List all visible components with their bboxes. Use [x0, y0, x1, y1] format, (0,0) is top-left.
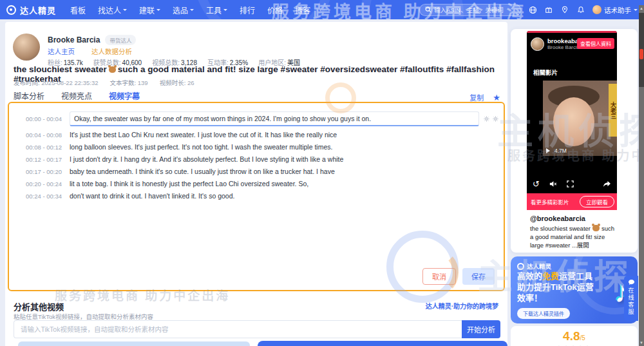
bell-icon[interactable]: [576, 5, 585, 14]
subtitle-timestamp: 00:24 - 00:34: [14, 193, 70, 200]
subtitle-text: baby tea underneath. I think it's so cut…: [70, 168, 498, 175]
rating-card: 4.8/5 ★★★★★: [511, 326, 638, 346]
app-logo-icon: [6, 5, 16, 15]
creator-name: Brooke Barcia: [48, 35, 100, 44]
subtitle-row[interactable]: 00:17 - 00:20 baby tea underneath. I thi…: [14, 168, 498, 175]
header-decor-swirl: [193, 0, 335, 19]
replay-icon[interactable]: ↺: [533, 180, 540, 188]
support-tab[interactable]: 在线客服: [624, 276, 638, 321]
subtitle-text: It's just the best Lao Chi Kru next swea…: [70, 131, 498, 139]
subtitle-timestamp: 00:12 - 00:17: [14, 156, 70, 163]
cancel-button[interactable]: 取消: [422, 268, 456, 285]
scroll-down-arrow[interactable]: ▼: [639, 340, 644, 346]
subtitle-row[interactable]: 00:24 - 00:34 don't want to drink it out…: [14, 192, 498, 200]
scrollbar[interactable]: ▲ ▼: [639, 5, 644, 346]
app-logo-text: 达人精灵: [20, 4, 56, 16]
nav-item-find-creators[interactable]: 找达人: [98, 5, 127, 15]
gear-icon[interactable]: [493, 116, 498, 122]
fullscreen-icon[interactable]: [567, 180, 574, 187]
teddy-bear-emoji: [592, 225, 600, 231]
embed-caption: the slouchiest sweatersuch a good materi…: [530, 224, 616, 249]
copy-button[interactable]: 复制: [469, 92, 484, 102]
tiktok-embed-card: brookeabarcia Brooke Barcia 查看個人資料 相關影片 …: [511, 29, 638, 253]
avatar: [592, 5, 601, 14]
subtitle-row[interactable]: 00:20 - 00:24 lit a tote bag. I think it…: [14, 180, 498, 187]
subtitle-panel: 00:00 - 00:04 00:04 - 00:08 It's just th…: [8, 102, 505, 291]
watch-more-label: 看更多精彩影片: [531, 198, 569, 206]
nav-item-outreach[interactable]: 建联: [139, 5, 160, 15]
assistant-label: 话术助手: [604, 5, 631, 15]
promo-headline-3: 效率！: [517, 293, 631, 303]
video-thumbnail[interactable]: 大老三 4.7M: [543, 81, 617, 156]
brand-slogan: 达人精灵·助力你的跨境梦: [426, 301, 498, 311]
analyze-section-title: 分析其他视频: [14, 300, 64, 312]
top-navbar: 达人精灵 看板 找达人 建联 选品 工具 排行 价格 博客 服务跨境电商 助力中…: [0, 0, 644, 19]
app-logo[interactable]: 达人精灵: [6, 4, 56, 16]
subtitle-edit-input[interactable]: [70, 111, 479, 126]
chevron-down-icon: [156, 9, 160, 13]
promo-headline-2: 助力提升TikTok运营: [517, 282, 631, 293]
promo-logo-icon: [517, 263, 524, 270]
download-plugin-button[interactable]: 下载达人精灵插件: [517, 308, 570, 319]
subtitle-row[interactable]: 00:04 - 00:08 It's just the best Lao Chi…: [14, 131, 498, 139]
tiktok-video-area: brookeabarcia Brooke Barcia 查看個人資料 相關影片 …: [527, 31, 617, 193]
scroll-up-arrow[interactable]: ▲: [639, 5, 644, 12]
subtitle-text: I just don't dry it. I hang dry it. And …: [70, 155, 498, 163]
subtitle-row[interactable]: 00:08 - 00:12 long balloon sleeves. It's…: [14, 143, 498, 151]
gear-icon[interactable]: [484, 116, 489, 122]
chevron-down-icon: [190, 9, 194, 13]
chat-bubble-icon: [628, 279, 635, 285]
save-button[interactable]: 保存: [462, 268, 495, 285]
subtitle-row[interactable]: 00:12 - 00:17 I just don't dry it. I han…: [14, 155, 498, 163]
nav-item-products[interactable]: 选品: [173, 5, 194, 15]
creator-badge: 带货达人: [105, 35, 136, 45]
share-icon[interactable]: [603, 180, 611, 187]
word-count: 文本字数: 139: [110, 78, 148, 87]
thumbnail-face: [553, 97, 594, 146]
watch-now-button[interactable]: 立即觀看: [580, 196, 614, 207]
star-icon[interactable]: ★: [493, 93, 500, 102]
scrollbar-marker: [639, 49, 643, 59]
location-icon[interactable]: [560, 5, 569, 14]
embed-avatar[interactable]: [531, 37, 544, 51]
view-profile-button[interactable]: 查看個人資料: [577, 38, 614, 49]
chevron-down-icon: [634, 9, 638, 13]
creator-analysis-link[interactable]: 达人数据分析: [91, 46, 132, 56]
teddy-bear-emoji: [109, 66, 116, 73]
chevron-down-icon: [123, 9, 127, 13]
analyze-section-subtitle: 粘贴任意TikTok视频链接，自动提取和分析素材内容: [14, 312, 153, 321]
support-tab-label: 在线客服: [627, 287, 636, 316]
embed-handle[interactable]: @brookeabarcia: [530, 215, 616, 222]
assistant-menu[interactable]: 话术助手: [592, 5, 638, 15]
thumbnail-banner-text: 大老三: [609, 84, 617, 137]
gift-icon[interactable]: [544, 5, 553, 14]
creator-avatar[interactable]: [13, 34, 40, 61]
header-right-controls: 话术助手: [419, 4, 638, 16]
promo-logo-text: 达人精灵: [527, 262, 551, 271]
nav-item-dashboard[interactable]: 看板: [70, 5, 86, 15]
subtitle-timestamp: 00:04 - 00:08: [14, 131, 70, 139]
rating-max: /5: [580, 334, 585, 341]
mute-icon[interactable]: [549, 180, 557, 187]
subtitle-text: long balloon sleeves. It's just perfect.…: [70, 143, 498, 151]
header-search-box[interactable]: [419, 4, 521, 16]
start-analysis-button[interactable]: 开始分析: [462, 320, 500, 338]
subtitle-text: lit a tote bag. I think it is honestly j…: [70, 180, 498, 187]
video-meta: 发布时间: 2025-08-22 22:35:32 文本字数: 139 视频时长…: [14, 78, 194, 87]
subtitle-timestamp: 00:00 - 00:04: [14, 115, 70, 122]
play-icon: [546, 148, 553, 153]
promo-card[interactable]: 达人精灵 高效的免费运营工具 助力提升TikTok运营 效率！ 下载达人精灵插件…: [511, 256, 638, 323]
tiktok-link-input[interactable]: [14, 320, 462, 338]
subtitle-timestamp: 00:20 - 00:24: [14, 180, 70, 187]
subtitle-text: don't want to drink it out. I haven't li…: [70, 192, 498, 200]
header-search-input[interactable]: [434, 6, 511, 14]
watch-more-bar: 看更多精彩影片 立即觀看: [527, 193, 617, 210]
player-controls: ↺: [527, 174, 617, 193]
related-videos-label: 相關影片: [533, 68, 617, 77]
globe-icon[interactable]: [528, 5, 537, 14]
publish-time: 发布时间: 2025-08-22 22:35:32: [14, 78, 99, 87]
subtitle-row[interactable]: 00:00 - 00:04: [14, 111, 498, 126]
video-duration: 视频时长: 26: [160, 78, 194, 87]
creator-home-link[interactable]: 达人主页: [48, 46, 75, 56]
promo-headline-1: 高效的免费运营工具: [517, 271, 631, 282]
